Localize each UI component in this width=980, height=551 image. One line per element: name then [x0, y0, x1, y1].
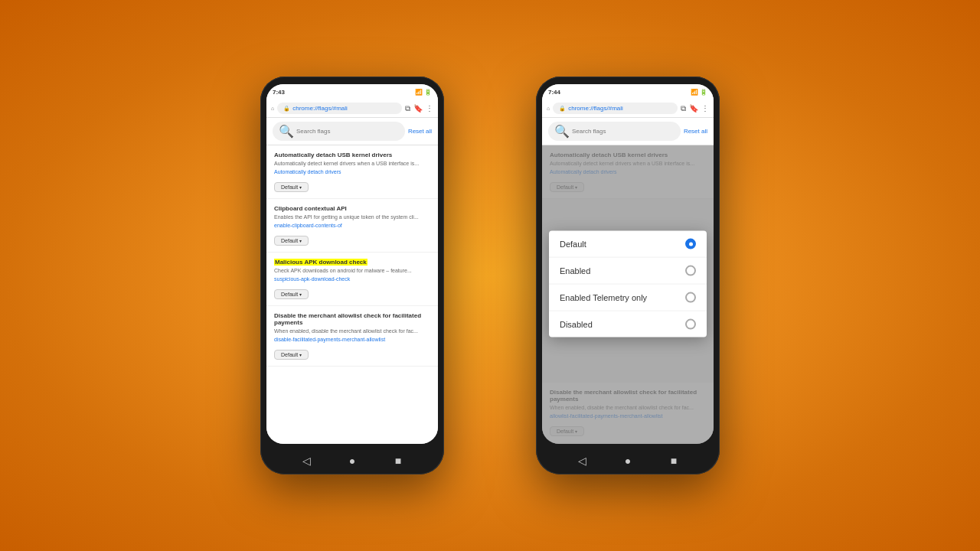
- radio-default[interactable]: [685, 239, 696, 249]
- tab-switcher-icon-1[interactable]: ⧉: [405, 104, 410, 113]
- home-btn-2[interactable]: ●: [620, 453, 635, 468]
- dropdown-item-disabled[interactable]: Disabled: [549, 311, 707, 337]
- time-2: 7:44: [548, 89, 560, 96]
- flag-link-1-1[interactable]: Automatically detach drivers: [274, 169, 430, 174]
- flag-btn-1-3[interactable]: Default: [274, 289, 309, 299]
- flag-btn-1-4[interactable]: Default: [274, 350, 309, 360]
- url-text-2: chrome://flags/#mali: [568, 105, 623, 112]
- phone-1: 7:43 📶 🔋 ⌂ 🔒 chrome://flags/#mali ⧉ 🔖 ⋮ …: [260, 77, 444, 474]
- flag-link-2-1: Automatically detach drivers: [550, 169, 706, 174]
- phone-1-screen: 7:43 📶 🔋 ⌂ 🔒 chrome://flags/#mali ⧉ 🔖 ⋮ …: [266, 84, 438, 444]
- flag-desc-2-bottom: When enabled, disable the merchant allow…: [550, 404, 706, 411]
- flag-title-highlighted-1-3: Malicious APK download check: [274, 259, 368, 266]
- flag-btn-1-2[interactable]: Default: [274, 236, 309, 246]
- phone-2-screen: 7:44 📶 🔋 ⌂ 🔒 chrome://flags/#mali ⧉ 🔖 ⋮ …: [542, 84, 714, 444]
- search-icon-1: 🔍: [279, 124, 294, 139]
- status-bar-2: 7:44 📶 🔋: [542, 84, 714, 99]
- flag-btn-1-1[interactable]: Default: [274, 182, 309, 192]
- flag-item-1-3: Malicious APK download check Check APK d…: [266, 253, 438, 306]
- bookmark-icon-1[interactable]: 🔖: [413, 104, 423, 113]
- radio-telemetry[interactable]: [685, 292, 696, 303]
- url-bar-2[interactable]: ⌂ 🔒 chrome://flags/#mali ⧉ 🔖 ⋮: [542, 99, 714, 118]
- reset-all-btn-2[interactable]: Reset all: [684, 128, 707, 135]
- battery-icon-1: 🔋: [424, 89, 432, 96]
- dropdown-label-disabled: Disabled: [560, 320, 593, 329]
- url-text-1: chrome://flags/#mali: [292, 105, 348, 112]
- flag-link-2-bottom: allowlist-facilitated-payments-merchant-…: [550, 413, 706, 419]
- flag-title-2-bottom: Disable the merchant allowlist check for…: [550, 389, 706, 403]
- toolbar-icons-1: ⧉ 🔖 ⋮: [405, 104, 433, 113]
- home-btn-1[interactable]: ●: [345, 453, 360, 468]
- flag-desc-1-4: When enabled, disable the merchant allow…: [274, 328, 430, 334]
- search-icon-2: 🔍: [554, 124, 570, 139]
- phone-2-content-wrapper: Automatically detach USB kernel drivers …: [542, 145, 714, 444]
- flag-item-1-2: Clipboard contextual API Enables the API…: [266, 199, 438, 253]
- battery-icon-2: 🔋: [700, 89, 707, 96]
- flag-btn-2-1: Default: [550, 182, 584, 192]
- reset-all-btn-1[interactable]: Reset all: [408, 128, 432, 135]
- dropdown-label-enabled: Enabled: [560, 266, 590, 276]
- tab-switcher-icon-2[interactable]: ⧉: [681, 104, 686, 113]
- dropdown-item-default[interactable]: Default: [549, 231, 707, 258]
- dropdown-item-enabled[interactable]: Enabled: [549, 258, 707, 285]
- signal-icon-1: 📶: [415, 89, 423, 96]
- flag-link-1-4[interactable]: disable-facilitated-payments-merchant-al…: [274, 337, 430, 342]
- url-input-1[interactable]: 🔒 chrome://flags/#mali: [277, 103, 402, 114]
- phone-2: 7:44 📶 🔋 ⌂ 🔒 chrome://flags/#mali ⧉ 🔖 ⋮ …: [536, 77, 720, 474]
- flag-btn-2-bottom: Default: [550, 426, 584, 436]
- flag-link-1-3[interactable]: suspicious-apk-download-check: [274, 276, 430, 282]
- status-bar-1: 7:43 📶 🔋: [266, 84, 438, 99]
- search-wrapper-1[interactable]: 🔍: [273, 122, 405, 141]
- dimmed-content-bottom: Disable the merchant allowlist check for…: [542, 383, 714, 444]
- flag-title-2-1: Automatically detach USB kernel drivers: [550, 152, 706, 158]
- recents-btn-2[interactable]: ■: [666, 453, 681, 468]
- flag-title-1-1: Automatically detach USB kernel drivers: [274, 152, 430, 158]
- search-bar-1[interactable]: 🔍 Reset all: [266, 118, 438, 145]
- flag-desc-1-3: Check APK downloads on android for malwa…: [274, 267, 430, 274]
- home-nav-icon-2[interactable]: ⌂: [547, 106, 550, 111]
- flag-desc-1-2: Enables the API for getting a unique tok…: [274, 214, 430, 220]
- search-input-2[interactable]: [572, 128, 675, 135]
- flag-desc-2-1: Automatically detect kernel drivers when…: [550, 160, 706, 167]
- search-input-1[interactable]: [296, 128, 399, 135]
- url-bar-1[interactable]: ⌂ 🔒 chrome://flags/#mali ⧉ 🔖 ⋮: [266, 99, 438, 118]
- back-btn-2[interactable]: ◁: [574, 453, 590, 468]
- dropdown-item-telemetry[interactable]: Enabled Telemetry only: [549, 285, 707, 311]
- status-icons-1: 📶 🔋: [415, 89, 432, 96]
- recents-btn-1[interactable]: ■: [390, 453, 406, 468]
- dimmed-content-top: Automatically detach USB kernel drivers …: [542, 145, 714, 199]
- home-nav-icon-1[interactable]: ⌂: [271, 106, 274, 111]
- time-1: 7:43: [273, 89, 285, 96]
- toolbar-icons-2: ⧉ 🔖 ⋮: [681, 104, 709, 113]
- url-input-2[interactable]: 🔒 chrome://flags/#mali: [553, 103, 678, 114]
- flag-title-1-2: Clipboard contextual API: [274, 205, 430, 212]
- flag-link-1-2[interactable]: enable-clipboard-contents-of: [274, 223, 430, 228]
- lock-icon-1: 🔒: [283, 106, 290, 112]
- back-btn-1[interactable]: ◁: [299, 453, 314, 468]
- flag-item-2-1: Automatically detach USB kernel drivers …: [542, 145, 714, 199]
- menu-icon-1[interactable]: ⋮: [426, 104, 433, 113]
- menu-icon-2[interactable]: ⋮: [701, 104, 709, 113]
- flag-title-1-4: Disable the merchant allowlist check for…: [274, 312, 430, 326]
- bookmark-icon-2[interactable]: 🔖: [689, 104, 698, 113]
- dropdown-menu[interactable]: Default Enabled Enabled Telemetry only D…: [549, 231, 707, 337]
- flag-desc-1-1: Automatically detect kernel drivers when…: [274, 160, 430, 167]
- signal-icon-2: 📶: [691, 89, 698, 96]
- nav-bar-2: ◁ ● ■: [559, 453, 697, 468]
- nav-bar-1: ◁ ● ■: [283, 453, 421, 468]
- search-bar-2[interactable]: 🔍 Reset all: [542, 118, 714, 145]
- lock-icon-2: 🔒: [559, 106, 566, 112]
- flag-item-1-1: Automatically detach USB kernel drivers …: [266, 145, 438, 199]
- radio-disabled[interactable]: [685, 319, 696, 330]
- status-icons-2: 📶 🔋: [691, 89, 707, 96]
- dropdown-label-telemetry: Enabled Telemetry only: [560, 293, 647, 302]
- flags-content-1: Automatically detach USB kernel drivers …: [266, 145, 438, 444]
- search-wrapper-2[interactable]: 🔍: [548, 122, 681, 141]
- dropdown-label-default: Default: [560, 240, 586, 249]
- flag-item-1-4: Disable the merchant allowlist check for…: [266, 306, 438, 367]
- radio-enabled[interactable]: [685, 266, 696, 276]
- flag-item-2-bottom: Disable the merchant allowlist check for…: [542, 383, 714, 443]
- flag-title-1-3: Malicious APK download check: [274, 259, 430, 266]
